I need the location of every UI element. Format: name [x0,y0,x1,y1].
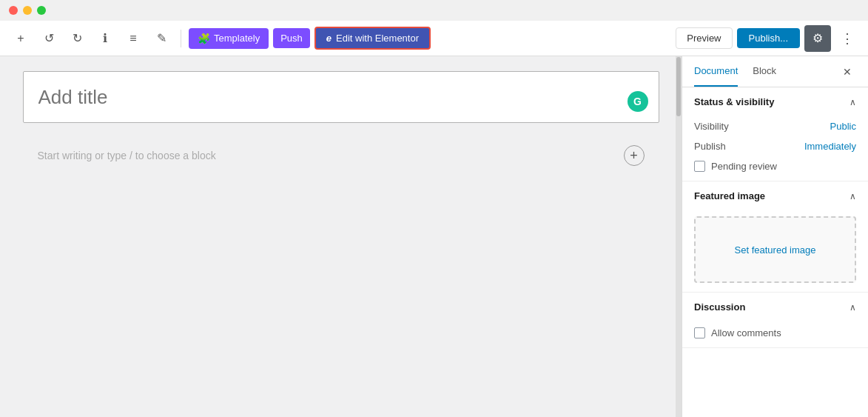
add-block-inline-button[interactable]: + [624,145,645,166]
add-block-toolbar-button[interactable]: + [9,27,33,50]
toolbar: + ↺ ↻ ℹ ≡ ✎ 🧩 Templately Push e Edit wit… [0,21,868,56]
publish-label: Publish [694,141,726,152]
toolbar-divider [181,30,181,47]
section-discussion-header[interactable]: Discussion ∧ [682,293,868,321]
preview-button[interactable]: Preview [676,27,732,49]
pending-review-label: Pending review [711,161,777,172]
tab-block[interactable]: Block [753,56,776,87]
chevron-up-icon: ∧ [850,97,856,107]
templately-button[interactable]: 🧩 Templately [189,28,269,49]
write-placeholder: Start writing or type / to choose a bloc… [38,150,216,161]
pending-review-row: Pending review [682,156,868,181]
allow-comments-checkbox[interactable] [694,327,705,338]
settings-icon: ⚙ [813,31,823,45]
editor-content: G Start writing or type / to choose a bl… [23,71,659,173]
editor-area[interactable]: G Start writing or type / to choose a bl… [0,56,682,417]
section-status-visibility: Status & visibility ∧ Visibility Public … [682,87,868,181]
redo-button[interactable]: ↻ [65,27,89,50]
templately-icon: 🧩 [198,33,210,44]
featured-image-chevron-icon: ∧ [850,191,856,201]
publish-row: Publish Immediately [682,136,868,156]
edit-with-elementor-button[interactable]: e Edit with Elementor [314,27,431,50]
visibility-label: Visibility [694,121,729,132]
info-button[interactable]: ℹ [93,27,117,50]
pending-review-checkbox[interactable] [694,161,705,172]
discussion-title: Discussion [694,301,745,313]
set-featured-image-label: Set featured image [735,244,816,256]
close-window-button[interactable] [9,6,18,15]
allow-comments-row: Allow comments [682,321,868,347]
tab-document[interactable]: Document [694,56,738,87]
main-layout: G Start writing or type / to choose a bl… [0,56,868,417]
undo-button[interactable]: ↺ [37,27,61,50]
minimize-window-button[interactable] [23,6,32,15]
grammarly-icon: G [628,91,648,112]
more-options-button[interactable]: ⋮ [835,27,859,50]
section-discussion: Discussion ∧ Allow comments [682,293,868,348]
section-featured-image: Featured image ∧ Set featured image [682,181,868,293]
section-featured-image-header[interactable]: Featured image ∧ [682,181,868,210]
maximize-window-button[interactable] [37,6,46,15]
featured-image-title: Featured image [694,190,765,201]
scrollbar-thumb [676,57,681,116]
visibility-value[interactable]: Public [830,121,856,132]
publish-value[interactable]: Immediately [804,141,856,152]
sidebar-tabs: Document Block ✕ [682,56,868,87]
settings-button[interactable]: ⚙ [804,25,831,52]
title-bar [0,0,868,21]
title-block[interactable]: G [23,71,659,123]
scrollbar-track[interactable] [676,56,682,417]
visibility-row: Visibility Public [682,116,868,136]
set-featured-image-button[interactable]: Set featured image [694,216,856,283]
allow-comments-label: Allow comments [711,327,781,338]
post-title-input[interactable] [38,86,644,109]
sidebar: Document Block ✕ Status & visibility ∧ V… [682,56,868,417]
elementor-icon: e [326,33,332,44]
list-view-button[interactable]: ≡ [121,27,145,50]
section-status-visibility-header[interactable]: Status & visibility ∧ [682,87,868,116]
code-editor-button[interactable]: ✎ [149,27,173,50]
push-button[interactable]: Push [273,28,310,48]
sidebar-close-button[interactable]: ✕ [838,63,856,81]
write-block: Start writing or type / to choose a bloc… [23,138,659,173]
more-icon: ⋮ [841,30,854,47]
discussion-chevron-icon: ∧ [850,302,856,313]
status-visibility-title: Status & visibility [694,96,774,107]
publish-button[interactable]: Publish... [737,28,800,48]
